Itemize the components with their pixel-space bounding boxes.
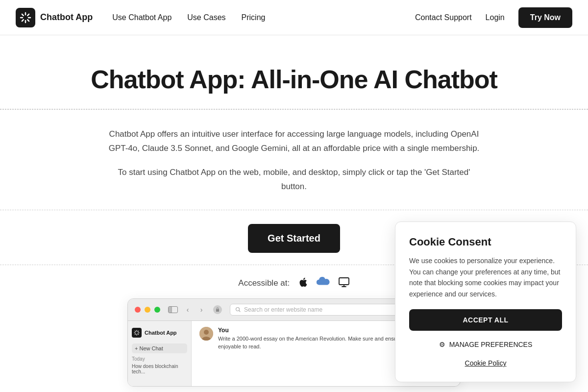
sidebar-app-name: Chatbot App <box>145 330 177 336</box>
browser-dot-green <box>154 307 160 313</box>
browser-back-btn[interactable]: ‹ <box>184 306 192 314</box>
sidebar-logo-row: Chatbot App <box>132 325 187 341</box>
nav-login[interactable]: Login <box>486 13 505 22</box>
nav-right: Contact Support Login Try Now <box>415 7 572 28</box>
nav-use-cases[interactable]: Use Cases <box>187 13 225 22</box>
accessible-label: Accessible at: <box>238 278 290 288</box>
hero-section: Chatbot App: All-in-One AI Chatbot <box>0 35 588 109</box>
nav-links: Use Chatbot App Use Cases Pricing <box>112 13 265 22</box>
address-bar-text: Search or enter website name <box>244 306 322 313</box>
sidebar-date-label: Today <box>132 356 187 362</box>
manage-prefs-label: MANAGE PREFERENCES <box>449 341 533 348</box>
hero-title: Chatbot App: All-in-One AI Chatbot <box>10 65 578 94</box>
hero-description-2: To start using Chatbot App on the web, m… <box>110 166 478 194</box>
apple-platform-icon <box>298 277 309 291</box>
desktop-platform-icon <box>338 277 350 291</box>
hero-description-1: Chatbot App offers an intuitive user int… <box>103 127 485 156</box>
browser-sidebar-icon <box>168 306 178 313</box>
browser-dot-red <box>135 307 141 313</box>
browser-lock-icon <box>213 305 222 314</box>
new-chat-label: + New Chat <box>135 345 163 351</box>
accept-all-button[interactable]: ACCEPT ALL <box>409 309 562 331</box>
logo[interactable]: Chatbot App <box>16 8 93 27</box>
cookie-consent-title: Cookie Consent <box>409 236 562 248</box>
sidebar-new-chat-btn[interactable]: + New Chat <box>132 343 187 353</box>
get-started-button[interactable]: Get Started <box>248 224 340 253</box>
nav-use-chatbot-app[interactable]: Use Chatbot App <box>112 13 172 22</box>
manage-preferences-button[interactable]: ⚙ MANAGE PREFERENCES <box>409 337 562 352</box>
svg-point-6 <box>204 330 209 335</box>
browser-sidebar-left <box>169 307 172 313</box>
nav-contact-support[interactable]: Contact Support <box>415 13 472 22</box>
chat-avatar <box>199 327 213 341</box>
svg-line-4 <box>239 310 241 312</box>
cookie-consent-description: We use cookies to personalize your exper… <box>409 255 562 299</box>
gear-icon: ⚙ <box>439 341 445 348</box>
cookie-policy-link[interactable]: Cookie Policy <box>409 356 562 370</box>
sidebar-logo-box <box>132 328 142 338</box>
logo-text: Chatbot App <box>40 12 93 23</box>
browser-sidebar: Chatbot App + New Chat Today How does bl… <box>128 321 192 387</box>
asterisk-icon <box>20 12 31 24</box>
cookie-consent-modal: Cookie Consent We use cookies to persona… <box>395 221 576 382</box>
svg-rect-0 <box>339 278 349 285</box>
browser-dot-yellow <box>145 307 150 313</box>
hero-description-section: Chatbot App offers an intuitive user int… <box>0 110 588 194</box>
platform-icons <box>298 277 350 291</box>
logo-icon <box>16 8 35 27</box>
cloud-platform-icon <box>317 277 330 291</box>
navbar: Chatbot App Use Chatbot App Use Cases Pr… <box>0 0 588 35</box>
user-avatar-icon <box>199 327 213 341</box>
nav-pricing[interactable]: Pricing <box>242 13 266 22</box>
browser-forward-btn[interactable]: › <box>197 306 205 314</box>
browser-search-icon <box>235 307 241 313</box>
sidebar-history-item[interactable]: How does blockchain tech... <box>132 363 187 375</box>
try-now-button[interactable]: Try Now <box>518 7 572 28</box>
